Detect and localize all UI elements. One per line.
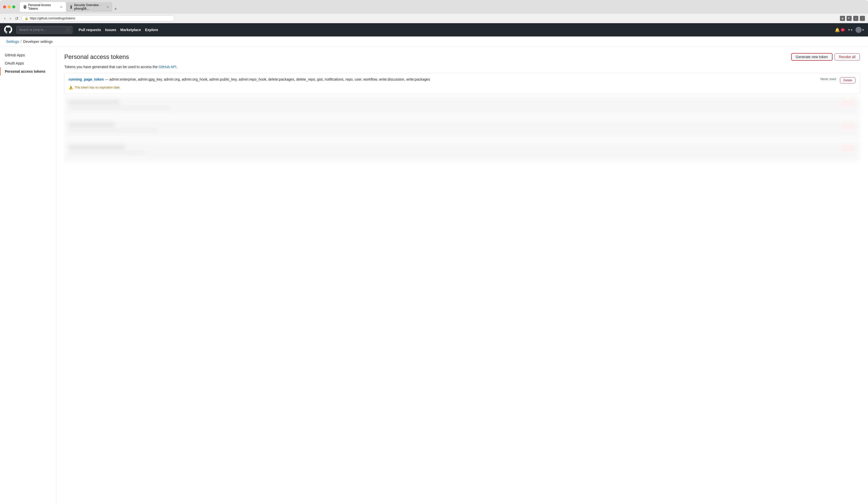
github-nav: Pull requests Issues Marketplace Explore xyxy=(79,28,158,32)
browser-tabs: Personal Access Tokens ✕ Security Overvi… xyxy=(20,2,118,12)
nav-explore[interactable]: Explore xyxy=(145,28,158,32)
blurred-delete-1 xyxy=(840,100,856,106)
user-avatar xyxy=(856,27,861,33)
description-suffix: . xyxy=(176,65,177,69)
warning-icon: ⚠️ xyxy=(69,85,73,90)
blurred-token-2 xyxy=(64,118,860,139)
sidebar-item-github-apps[interactable]: GitHub Apps xyxy=(0,51,56,59)
fullscreen-button[interactable] xyxy=(12,6,15,8)
blurred-tokens xyxy=(64,96,860,161)
sidebar: GitHub Apps OAuth Apps Personal access t… xyxy=(0,47,56,504)
header-actions: Generate new token Revoke all xyxy=(791,53,860,61)
tab-title-active: Personal Access Tokens xyxy=(28,3,58,10)
header-right: 🔔 1 + ▾ ▾ xyxy=(835,27,864,33)
global-search[interactable]: Search or jump to... / xyxy=(16,26,72,34)
token-warning: ⚠️ This token has no expiration date. xyxy=(69,85,856,90)
token-card: running_page_token — admin:enterprise, a… xyxy=(64,73,860,94)
nav-marketplace[interactable]: Marketplace xyxy=(121,28,141,32)
refresh-button[interactable]: ↺ xyxy=(14,15,19,21)
token-usage: Never used xyxy=(820,77,836,81)
new-button[interactable]: + ▾ xyxy=(848,28,852,32)
nav-issues[interactable]: Issues xyxy=(105,28,116,32)
sidebar-item-personal-access-tokens[interactable]: Personal access tokens xyxy=(0,67,56,75)
tab-favicon-github xyxy=(23,5,27,9)
minimize-button[interactable] xyxy=(8,6,11,8)
tab-close-inactive[interactable]: ✕ xyxy=(107,6,109,8)
avatar-dropdown-arrow: ▾ xyxy=(862,28,864,32)
page-title: Personal access tokens xyxy=(64,53,129,61)
github-header: Search or jump to... / Pull requests Iss… xyxy=(0,23,868,36)
notifications-button[interactable]: 🔔 1 xyxy=(835,28,845,32)
close-button[interactable] xyxy=(3,6,6,8)
traffic-lights[interactable] xyxy=(3,6,15,8)
notification-icon: 🔔 xyxy=(835,28,840,32)
content-header: Personal access tokens Generate new toke… xyxy=(64,53,860,61)
github-logo[interactable] xyxy=(4,25,12,34)
extensions-icon[interactable]: ⊞ xyxy=(840,16,845,21)
url-bar[interactable]: 🔒 https://github.com/settings/tokens xyxy=(21,15,175,21)
tab-title-inactive: Security Overview · yihong06... xyxy=(74,3,104,10)
main-layout: GitHub Apps OAuth Apps Personal access t… xyxy=(0,47,868,504)
warning-text: This token has no expiration date. xyxy=(74,86,121,89)
tab-security-overview[interactable]: Security Overview · yihong06... ✕ xyxy=(66,2,112,12)
description-prefix: Tokens you have generated that can be us… xyxy=(64,65,159,69)
breadcrumb: Settings / Developer settings xyxy=(6,40,862,44)
sidebar-item-oauth-apps[interactable]: OAuth Apps xyxy=(0,59,56,67)
forward-button[interactable]: › xyxy=(8,15,12,21)
token-header: running_page_token — admin:enterprise, a… xyxy=(69,77,856,83)
browser-toolbar-icons: ⊞ 🔍 ☆ ⋮ xyxy=(840,16,865,21)
tab-close-active[interactable]: ✕ xyxy=(60,6,62,8)
tab-favicon-security xyxy=(70,5,72,9)
delete-token-button[interactable]: Delete xyxy=(840,77,856,83)
tab-personal-access-tokens[interactable]: Personal Access Tokens ✕ xyxy=(20,2,66,12)
token-scopes: admin:enterprise, admin:gpg_key, admin:o… xyxy=(109,77,430,81)
more-icon[interactable]: ⋮ xyxy=(860,16,865,21)
search-placeholder: Search or jump to... xyxy=(19,28,46,32)
add-tab-button[interactable]: + xyxy=(113,7,118,12)
github-api-link[interactable]: GitHub API xyxy=(159,65,176,69)
breadcrumb-separator: / xyxy=(21,40,22,44)
blurred-delete-2 xyxy=(840,123,856,129)
bookmark-icon[interactable]: ☆ xyxy=(853,16,858,21)
settings-link[interactable]: Settings xyxy=(6,40,19,44)
nav-pull-requests[interactable]: Pull requests xyxy=(79,28,101,32)
breadcrumb-bar: Settings / Developer settings xyxy=(0,36,868,47)
main-content: Personal access tokens Generate new toke… xyxy=(56,47,868,504)
address-bar: ‹ › ↺ 🔒 https://github.com/settings/toke… xyxy=(0,14,868,23)
url-text: https://github.com/settings/tokens xyxy=(30,17,75,20)
blurred-token-3 xyxy=(64,141,860,161)
blurred-delete-3 xyxy=(840,145,856,151)
revoke-all-button[interactable]: Revoke all xyxy=(835,53,860,61)
blurred-token-1 xyxy=(64,96,860,116)
token-name[interactable]: running_page_token xyxy=(69,77,104,81)
breadcrumb-current: Developer settings xyxy=(23,40,53,44)
generate-new-token-button[interactable]: Generate new token xyxy=(791,53,833,61)
avatar-button[interactable]: ▾ xyxy=(856,27,864,33)
dropdown-arrow: ▾ xyxy=(851,28,852,32)
notification-badge: 1 xyxy=(841,28,845,31)
back-button[interactable]: ‹ xyxy=(3,15,7,21)
plus-icon: + xyxy=(848,28,850,32)
token-dash: — xyxy=(105,77,110,81)
lock-icon: 🔒 xyxy=(25,17,28,20)
search-shortcut: / xyxy=(66,28,70,32)
description: Tokens you have generated that can be us… xyxy=(64,65,860,69)
token-info: running_page_token — admin:enterprise, a… xyxy=(69,77,816,81)
search-icon[interactable]: 🔍 xyxy=(847,16,852,21)
